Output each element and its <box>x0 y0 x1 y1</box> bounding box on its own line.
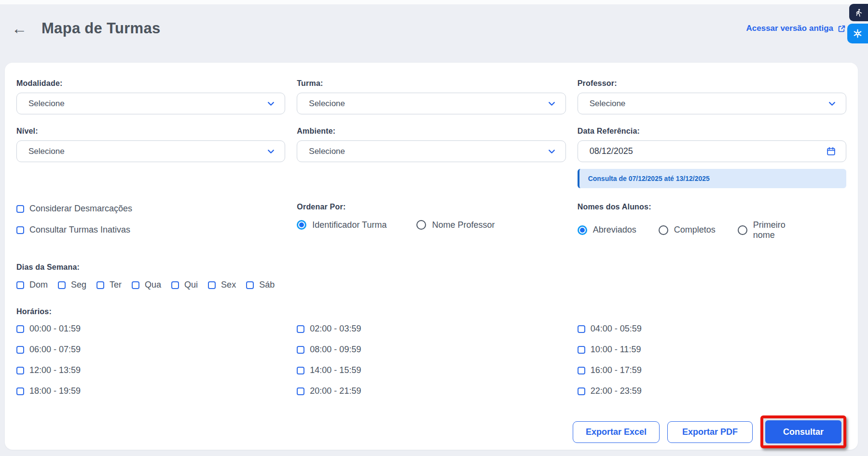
accessibility-widget-button[interactable] <box>849 4 868 21</box>
checkbox-box[interactable] <box>208 281 216 289</box>
checkbox-box[interactable] <box>16 325 24 333</box>
checkbox-box[interactable] <box>297 346 304 354</box>
checkbox-box[interactable] <box>578 367 585 374</box>
checkbox-qui[interactable]: Qui <box>171 280 198 290</box>
radio-button[interactable] <box>416 220 426 230</box>
nomes-alunos-options: Abreviados Completos Primeiro nome <box>578 220 846 240</box>
checkbox-sab[interactable]: Sáb <box>246 280 275 290</box>
checkbox-sex[interactable]: Sex <box>208 280 236 290</box>
calendar-icon[interactable] <box>826 146 836 156</box>
chevron-down-icon <box>548 99 556 108</box>
checkbox-ter[interactable]: Ter <box>96 280 122 290</box>
checkbox-box[interactable] <box>58 281 66 289</box>
nomes-alunos-label: Nomes dos Alunos: <box>578 203 846 211</box>
checkbox-box[interactable] <box>297 367 304 374</box>
consultar-button[interactable]: Consultar <box>765 420 841 443</box>
red-highlight-annotation: Consultar <box>760 415 846 448</box>
old-version-link[interactable]: Acessar versão antiga <box>746 24 846 33</box>
checkbox-horario-08-09[interactable]: 08:00 - 09:59 <box>297 345 565 355</box>
checkbox-label: Qua <box>145 280 161 290</box>
checkbox-horario-22-23[interactable]: 22:00 - 23:59 <box>578 386 846 396</box>
professor-value: Selecione <box>590 99 828 109</box>
nivel-select[interactable]: Selecione <box>16 140 285 162</box>
checkbox-box[interactable] <box>16 226 24 234</box>
checkbox-box[interactable] <box>171 281 179 289</box>
checkbox-box[interactable] <box>578 325 585 333</box>
checkbox-label: 04:00 - 05:59 <box>591 324 642 334</box>
modalidade-label: Modalidade: <box>16 79 285 88</box>
checkbox-box[interactable] <box>578 346 585 354</box>
radio-completos[interactable]: Completos <box>659 225 716 235</box>
options-band: Considerar Desmarcações Consultar Turmas… <box>16 203 846 240</box>
nomes-alunos-group: Nomes dos Alunos: Abreviados Completos P… <box>578 203 846 240</box>
radio-nome-professor[interactable]: Nome Professor <box>416 220 495 230</box>
horarios-checkboxes: 00:00 - 01:59 02:00 - 03:59 04:00 - 05:5… <box>16 324 846 396</box>
page-header: ← Mapa de Turmas Acessar versão antiga <box>0 4 868 39</box>
ambiente-select[interactable]: Selecione <box>297 140 565 162</box>
extra-filters-checkboxes: Considerar Desmarcações Consultar Turmas… <box>16 203 285 240</box>
radio-primeiro-nome[interactable]: Primeiro nome <box>738 220 791 240</box>
dias-semana-checkboxes: Dom Seg Ter Qua Qui Sex <box>16 280 846 290</box>
radio-identificador-turma[interactable]: Identificador Turma <box>297 220 386 230</box>
turma-select[interactable]: Selecione <box>297 93 565 114</box>
checkbox-horario-00-01[interactable]: 00:00 - 01:59 <box>16 324 285 334</box>
checkbox-qua[interactable]: Qua <box>132 280 161 290</box>
radio-label: Identificador Turma <box>312 220 386 230</box>
checkbox-horario-06-07[interactable]: 06:00 - 07:59 <box>16 345 285 355</box>
footer-actions: Exportar Excel Exportar PDF Consultar <box>16 415 846 448</box>
checkbox-consultar-turmas-inativas[interactable]: Consultar Turmas Inativas <box>16 225 285 235</box>
checkbox-horario-12-13[interactable]: 12:00 - 13:59 <box>16 365 285 375</box>
ordenar-por-group: Ordenar Por: Identificador Turma Nome Pr… <box>297 203 565 240</box>
modalidade-select[interactable]: Selecione <box>16 93 285 114</box>
checkbox-horario-10-11[interactable]: 10:00 - 11:59 <box>578 345 846 355</box>
back-arrow-icon[interactable]: ← <box>12 21 27 36</box>
export-pdf-button[interactable]: Exportar PDF <box>667 421 753 443</box>
checkbox-box[interactable] <box>297 325 304 333</box>
data-referencia-value: 08/12/2025 <box>590 146 826 156</box>
checkbox-considerar-desmarcacoes[interactable]: Considerar Desmarcações <box>16 204 285 214</box>
radio-abreviados[interactable]: Abreviados <box>578 225 636 235</box>
ambiente-label: Ambiente: <box>297 127 565 136</box>
checkbox-box[interactable] <box>16 367 24 374</box>
ambiente-value: Selecione <box>309 147 547 156</box>
radio-label: Primeiro nome <box>753 220 791 240</box>
radio-button[interactable] <box>738 225 747 235</box>
chevron-down-icon <box>267 99 275 108</box>
checkbox-box[interactable] <box>578 387 585 395</box>
checkbox-horario-02-03[interactable]: 02:00 - 03:59 <box>297 324 565 334</box>
checkbox-box[interactable] <box>246 281 254 289</box>
checkbox-dom[interactable]: Dom <box>16 280 48 290</box>
export-excel-button[interactable]: Exportar Excel <box>573 421 660 443</box>
checkbox-box[interactable] <box>16 346 24 354</box>
checkbox-label: Sáb <box>259 280 275 290</box>
checkbox-label: 00:00 - 01:59 <box>29 324 81 334</box>
checkbox-horario-20-21[interactable]: 20:00 - 21:59 <box>297 386 565 396</box>
checkbox-box[interactable] <box>297 387 304 395</box>
assistant-widget-button[interactable] <box>847 24 868 43</box>
checkbox-box[interactable] <box>16 281 24 289</box>
horarios-label: Horários: <box>16 307 846 316</box>
checkbox-label: Consultar Turmas Inativas <box>29 225 130 235</box>
radio-button[interactable] <box>659 225 668 235</box>
radio-button-selected[interactable] <box>297 220 306 230</box>
checkbox-horario-16-17[interactable]: 16:00 - 17:59 <box>578 365 846 375</box>
horarios-group: Horários: 00:00 - 01:59 02:00 - 03:59 04… <box>16 307 846 396</box>
nivel-label: Nível: <box>16 127 285 136</box>
checkbox-box[interactable] <box>132 281 139 289</box>
professor-select[interactable]: Selecione <box>578 93 846 114</box>
page-title: Mapa de Turmas <box>41 20 161 37</box>
checkbox-horario-14-15[interactable]: 14:00 - 15:59 <box>297 365 565 375</box>
checkbox-box[interactable] <box>16 387 24 395</box>
checkbox-box[interactable] <box>16 205 24 213</box>
radio-button-selected[interactable] <box>578 225 587 235</box>
checkbox-label: Ter <box>110 280 122 290</box>
modalidade-value: Selecione <box>28 99 267 109</box>
checkbox-horario-18-19[interactable]: 18:00 - 19:59 <box>16 386 285 396</box>
checkbox-box[interactable] <box>96 281 104 289</box>
data-referencia-input[interactable]: 08/12/2025 <box>578 140 846 162</box>
filters-row-2: Nível: Selecione Ambiente: Selecione Dat… <box>16 127 846 188</box>
checkbox-label: 12:00 - 13:59 <box>29 365 81 375</box>
consulta-range-banner: Consulta de 07/12/2025 até 13/12/2025 <box>578 169 846 188</box>
checkbox-horario-04-05[interactable]: 04:00 - 05:59 <box>578 324 846 334</box>
checkbox-seg[interactable]: Seg <box>58 280 86 290</box>
